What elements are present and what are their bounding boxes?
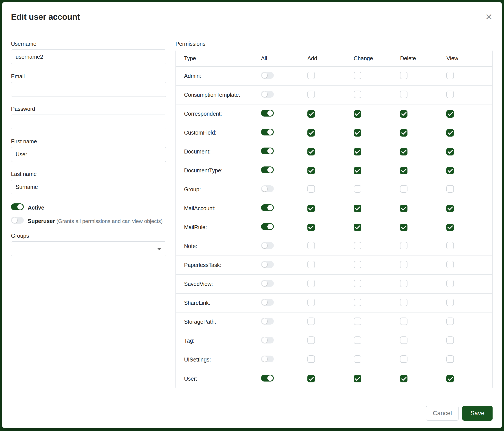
permission-all-toggle[interactable] [261, 261, 274, 268]
permission-change-checkbox[interactable] [354, 261, 361, 268]
permission-view-checkbox[interactable] [446, 110, 454, 118]
permission-change-checkbox[interactable] [354, 242, 361, 249]
permission-change-checkbox[interactable] [354, 205, 361, 212]
permission-view-checkbox[interactable] [446, 375, 454, 382]
permission-add-checkbox[interactable] [307, 242, 315, 249]
permission-all-toggle[interactable] [261, 223, 274, 230]
permission-delete-checkbox[interactable] [400, 185, 407, 193]
permission-add-checkbox[interactable] [307, 224, 315, 231]
permission-add-checkbox[interactable] [307, 90, 315, 98]
permission-delete-checkbox[interactable] [400, 148, 407, 155]
permission-view-checkbox[interactable] [446, 167, 454, 174]
permission-add-checkbox[interactable] [307, 261, 315, 268]
permission-add-checkbox[interactable] [307, 148, 315, 155]
permission-all-toggle[interactable] [261, 299, 274, 306]
permission-change-checkbox[interactable] [354, 280, 361, 287]
permission-change-checkbox[interactable] [354, 167, 361, 174]
permission-change-checkbox[interactable] [354, 72, 361, 79]
permission-delete-checkbox[interactable] [400, 299, 407, 306]
permission-add-checkbox[interactable] [307, 185, 315, 193]
username-input[interactable] [11, 49, 166, 64]
permission-add-checkbox[interactable] [307, 355, 315, 363]
groups-select[interactable] [11, 242, 166, 256]
permission-all-toggle[interactable] [261, 242, 274, 249]
permission-change-checkbox[interactable] [354, 110, 361, 118]
permission-delete-checkbox[interactable] [400, 90, 407, 98]
permission-add-checkbox[interactable] [307, 110, 315, 118]
permission-view-checkbox[interactable] [446, 355, 454, 363]
permission-view-checkbox[interactable] [446, 90, 454, 98]
permission-delete-checkbox[interactable] [400, 129, 407, 136]
permission-change-checkbox[interactable] [354, 299, 361, 306]
permission-change-checkbox[interactable] [354, 185, 361, 193]
email-field[interactable] [11, 82, 166, 97]
permission-all-toggle[interactable] [261, 356, 274, 362]
permission-add-checkbox[interactable] [307, 205, 315, 212]
permission-add-checkbox[interactable] [307, 375, 315, 382]
permission-add-checkbox[interactable] [307, 336, 315, 344]
permission-add-checkbox[interactable] [307, 129, 315, 136]
permission-delete-checkbox[interactable] [400, 167, 407, 174]
permission-view-checkbox[interactable] [446, 317, 454, 325]
permission-view-checkbox[interactable] [446, 242, 454, 249]
permission-all-toggle[interactable] [261, 91, 274, 98]
permission-all-toggle[interactable] [261, 72, 274, 79]
superuser-toggle[interactable] [11, 217, 24, 224]
permission-view-checkbox[interactable] [446, 148, 454, 155]
permission-view-checkbox[interactable] [446, 129, 454, 136]
permission-view-checkbox[interactable] [446, 72, 454, 79]
permission-add-checkbox[interactable] [307, 167, 315, 174]
close-icon[interactable]: ✕ [485, 13, 493, 21]
permission-change-checkbox[interactable] [354, 336, 361, 344]
permission-row: MailRule: [176, 218, 492, 237]
permission-all-toggle[interactable] [261, 375, 274, 382]
permission-all-toggle[interactable] [261, 185, 274, 192]
permissions-column-header: All [261, 55, 307, 62]
permission-delete-checkbox[interactable] [400, 242, 407, 249]
permissions-table: TypeAllAddChangeDeleteView Admin:Consump… [175, 50, 493, 388]
permission-view-checkbox[interactable] [446, 224, 454, 231]
last-name-field[interactable] [11, 180, 166, 194]
permission-delete-checkbox[interactable] [400, 110, 407, 118]
permission-add-checkbox[interactable] [307, 72, 315, 79]
permission-view-checkbox[interactable] [446, 280, 454, 287]
permission-delete-checkbox[interactable] [400, 280, 407, 287]
permission-delete-checkbox[interactable] [400, 355, 407, 363]
permission-delete-checkbox[interactable] [400, 336, 407, 344]
permission-delete-checkbox[interactable] [400, 261, 407, 268]
permission-change-checkbox[interactable] [354, 355, 361, 363]
permission-view-checkbox[interactable] [446, 261, 454, 268]
permission-change-checkbox[interactable] [354, 148, 361, 155]
permission-change-checkbox[interactable] [354, 90, 361, 98]
permission-all-toggle[interactable] [261, 166, 274, 173]
save-button[interactable]: Save [462, 406, 493, 421]
permission-change-checkbox[interactable] [354, 129, 361, 136]
permission-all-toggle[interactable] [261, 280, 274, 287]
password-field[interactable] [11, 115, 166, 129]
permission-all-cell [261, 261, 307, 269]
permission-change-checkbox[interactable] [354, 375, 361, 382]
permission-view-checkbox[interactable] [446, 299, 454, 306]
permission-change-checkbox[interactable] [354, 317, 361, 325]
permission-all-toggle[interactable] [261, 129, 274, 135]
permission-view-checkbox[interactable] [446, 336, 454, 344]
permission-all-toggle[interactable] [261, 110, 274, 117]
active-toggle[interactable] [11, 203, 24, 210]
first-name-field[interactable] [11, 147, 166, 162]
permission-add-checkbox[interactable] [307, 317, 315, 325]
permission-view-checkbox[interactable] [446, 185, 454, 193]
permission-delete-checkbox[interactable] [400, 375, 407, 382]
permission-view-checkbox[interactable] [446, 205, 454, 212]
permission-all-toggle[interactable] [261, 148, 274, 154]
permission-change-checkbox[interactable] [354, 224, 361, 231]
permission-all-toggle[interactable] [261, 204, 274, 211]
cancel-button[interactable]: Cancel [426, 406, 459, 421]
permission-all-toggle[interactable] [261, 318, 274, 324]
permission-all-toggle[interactable] [261, 337, 274, 343]
permission-delete-checkbox[interactable] [400, 72, 407, 79]
permission-delete-checkbox[interactable] [400, 317, 407, 325]
permission-add-checkbox[interactable] [307, 299, 315, 306]
permission-delete-checkbox[interactable] [400, 205, 407, 212]
permission-add-checkbox[interactable] [307, 280, 315, 287]
permission-delete-checkbox[interactable] [400, 224, 407, 231]
